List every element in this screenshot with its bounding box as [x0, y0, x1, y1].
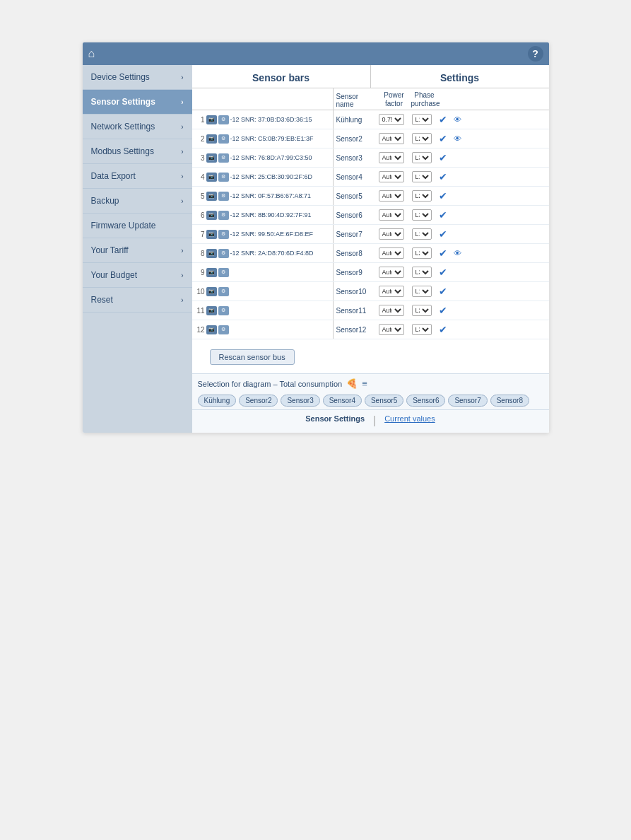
- sensor-tab-sensor8[interactable]: Sensor8: [490, 395, 529, 407]
- phase-select[interactable]: L3 L1L2L3: [412, 267, 432, 278]
- power-factor-select[interactable]: Auto Auto: [379, 228, 404, 240]
- sensor-icon-camera[interactable]: 📷: [206, 153, 217, 163]
- sensor-row: 12 📷 ⚙ Sensor12 Auto Auto L3 L1L2L3 ✔: [192, 320, 549, 339]
- sensor-icon-camera[interactable]: 📷: [206, 249, 217, 258]
- sidebar-item-your-tariff[interactable]: Your Tariff ›: [83, 238, 192, 263]
- chart-icon[interactable]: 🍕: [346, 378, 358, 389]
- sensor-tab-sensor4[interactable]: Sensor4: [323, 395, 362, 407]
- check-icon[interactable]: ✔: [439, 247, 447, 259]
- sensor-tab-sensor5[interactable]: Sensor5: [365, 395, 403, 407]
- power-factor-select[interactable]: 0.75 Auto: [379, 114, 404, 125]
- sidebar-item-network-settings[interactable]: Network Settings ›: [83, 115, 192, 139]
- phase-select[interactable]: L3 L1L2L3: [412, 209, 432, 221]
- eye-icon[interactable]: 👁: [454, 249, 461, 257]
- sidebar-item-backup[interactable]: Backup ›: [83, 189, 192, 214]
- bar-icon[interactable]: ≡: [362, 378, 367, 389]
- sensor-icons: 📷 ⚙: [206, 134, 229, 144]
- check-icon[interactable]: ✔: [439, 305, 447, 316]
- sensor-icon-settings[interactable]: ⚙: [218, 173, 229, 182]
- sidebar-item-firmware-update[interactable]: Firmware Update: [83, 214, 192, 238]
- eye-cell: 👁: [451, 115, 465, 124]
- sensor-icon-settings[interactable]: ⚙: [218, 153, 229, 163]
- sensor-icon-settings[interactable]: ⚙: [218, 115, 229, 124]
- sensor-icon-camera[interactable]: 📷: [206, 306, 217, 315]
- sensor-icon-camera[interactable]: 📷: [206, 268, 217, 277]
- selection-row: Selection for diagram – Total consumptio…: [192, 373, 549, 392]
- sensor-icon-camera[interactable]: 📷: [206, 115, 217, 124]
- check-icon[interactable]: ✔: [439, 152, 447, 163]
- power-factor-select[interactable]: Auto Auto: [379, 171, 404, 182]
- sensor-icon-settings[interactable]: ⚙: [218, 192, 229, 201]
- sensor-icon-camera[interactable]: 📷: [206, 325, 217, 334]
- power-factor-select[interactable]: Auto Auto: [379, 209, 404, 221]
- eye-icon[interactable]: 👁: [454, 134, 461, 143]
- sensor-icon-camera[interactable]: 📷: [206, 134, 217, 144]
- phase-select[interactable]: L3 L1L2L3: [412, 324, 432, 335]
- power-factor-select[interactable]: Auto Auto: [379, 133, 404, 144]
- sensor-icon-settings[interactable]: ⚙: [218, 268, 229, 277]
- tab-sensor-settings[interactable]: Sensor Settings: [305, 414, 365, 427]
- phase-select[interactable]: L1 L1L2L3: [412, 286, 432, 297]
- phase-select[interactable]: L2 L1L2L3: [412, 305, 432, 316]
- check-icon[interactable]: ✔: [439, 228, 447, 240]
- home-icon[interactable]: ⌂: [88, 47, 95, 60]
- power-factor-select[interactable]: Auto Auto: [379, 305, 404, 316]
- check-icon[interactable]: ✔: [439, 190, 447, 202]
- eye-cell: 👁: [451, 249, 465, 257]
- sensor-icon-settings[interactable]: ⚙: [218, 325, 229, 334]
- check-icon[interactable]: ✔: [439, 267, 447, 278]
- sensor-icon-camera[interactable]: 📷: [206, 173, 217, 182]
- sensor-tab-sensor7[interactable]: Sensor7: [448, 395, 487, 407]
- sensor-name-cell: Kühlung: [334, 116, 375, 124]
- sidebar-item-reset[interactable]: Reset ›: [83, 288, 192, 313]
- phase-select[interactable]: L2 L1L2L3: [412, 247, 432, 259]
- check-icon[interactable]: ✔: [439, 133, 447, 144]
- check-icon[interactable]: ✔: [439, 324, 447, 335]
- power-factor-select[interactable]: Auto Auto: [379, 247, 404, 259]
- sensor-tab-sensor3[interactable]: Sensor3: [281, 395, 319, 407]
- power-factor-select[interactable]: Auto Auto: [379, 286, 404, 297]
- sidebar-item-data-export[interactable]: Data Export ›: [83, 164, 192, 189]
- sidebar-item-modbus-settings[interactable]: Modbus Settings ›: [83, 139, 192, 164]
- sensor-icon-settings[interactable]: ⚙: [218, 230, 229, 239]
- tab-current-values[interactable]: Current values: [384, 414, 435, 427]
- phase-select[interactable]: L3 L1L2L3: [412, 152, 432, 163]
- phase-select[interactable]: L1 L1L2L3: [412, 228, 432, 240]
- phase-select[interactable]: L2 L1L2L3: [412, 133, 432, 144]
- help-icon[interactable]: ?: [528, 46, 543, 62]
- check-icon[interactable]: ✔: [439, 209, 447, 221]
- power-factor-select[interactable]: Auto Auto: [379, 324, 404, 335]
- phase-select[interactable]: L1 L1L2L3: [412, 114, 432, 125]
- power-factor-select[interactable]: Auto Auto: [379, 152, 404, 163]
- sensor-tab-sensor2[interactable]: Sensor2: [239, 395, 278, 407]
- power-factor-select[interactable]: Auto Auto: [379, 267, 404, 278]
- sensor-icon-camera[interactable]: 📷: [206, 230, 217, 239]
- power-factor-select[interactable]: Auto Auto: [379, 190, 404, 202]
- power-factor-cell: Auto Auto: [375, 286, 408, 297]
- sensor-tab-sensor6[interactable]: Sensor6: [406, 395, 445, 407]
- sensor-icon-camera[interactable]: 📷: [206, 192, 217, 201]
- sensor-icon-camera[interactable]: 📷: [206, 287, 217, 296]
- sensor-icon-settings[interactable]: ⚙: [218, 134, 229, 144]
- check-icon[interactable]: ✔: [439, 171, 447, 182]
- sensor-bars-title: Sensor bars: [192, 65, 371, 88]
- sensor-number: 3: [195, 154, 205, 162]
- check-icon[interactable]: ✔: [439, 286, 447, 297]
- rescan-button[interactable]: Rescan sensor bus: [210, 349, 295, 365]
- sensor-row: 6 📷 ⚙ -12 SNR: 8B:90:4D:92:7F:91 Sensor6…: [192, 206, 549, 225]
- check-icon[interactable]: ✔: [439, 114, 447, 125]
- phase-select[interactable]: L1 L1L2L3: [412, 171, 432, 182]
- sensor-icon-settings[interactable]: ⚙: [218, 211, 229, 220]
- sidebar-item-device-settings[interactable]: Device Settings ›: [83, 65, 192, 90]
- sensor-tab-kühlung[interactable]: Kühlung: [198, 395, 237, 407]
- phase-select[interactable]: L2 L1L2L3: [412, 190, 432, 202]
- sidebar-item-your-budget[interactable]: Your Budget ›: [83, 263, 192, 288]
- sensor-number: 10: [195, 288, 205, 296]
- sensor-icon-camera[interactable]: 📷: [206, 211, 217, 220]
- sensor-icon-settings[interactable]: ⚙: [218, 249, 229, 258]
- sensor-icons: 📷 ⚙: [206, 287, 229, 296]
- sensor-icon-settings[interactable]: ⚙: [218, 306, 229, 315]
- sidebar-item-sensor-settings[interactable]: Sensor Settings ›: [83, 90, 192, 115]
- sensor-icon-settings[interactable]: ⚙: [218, 287, 229, 296]
- eye-icon[interactable]: 👁: [454, 115, 461, 124]
